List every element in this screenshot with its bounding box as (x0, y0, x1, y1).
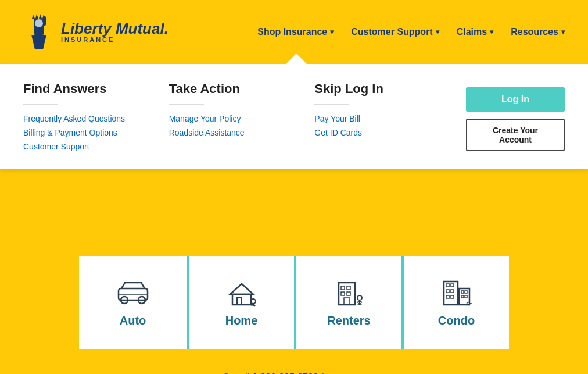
card-auto[interactable]: Auto (79, 256, 187, 349)
logo-sub: INSURANCE (61, 36, 168, 43)
find-answers-title: Find Answers (23, 81, 152, 97)
claims-label: Claims (457, 27, 487, 37)
skip-login-title: Skip Log In (314, 81, 443, 97)
svg-rect-16 (237, 298, 242, 305)
svg-marker-14 (230, 284, 253, 294)
svg-rect-22 (341, 286, 345, 290)
customer-support-label: Customer Support (351, 27, 432, 37)
shop-insurance-chevron: ▾ (330, 28, 334, 36)
auto-label: Auto (120, 314, 146, 327)
svg-rect-42 (465, 291, 467, 293)
auth-section: Log In Create Your Account (460, 81, 565, 151)
find-answers-divider (23, 104, 58, 105)
nav-shop-insurance[interactable]: Shop Insurance ▾ (257, 27, 334, 37)
dropdown-panel: Find Answers Frequently Asked Questions … (0, 64, 588, 169)
logo-text: Liberty Mutual. INSURANCE (61, 21, 168, 43)
card-home[interactable]: Home (187, 256, 294, 349)
nav-resources[interactable]: Resources ▾ (511, 27, 565, 37)
svg-point-45 (467, 302, 469, 305)
main-nav: Shop Insurance ▾ Customer Support ▾ Clai… (257, 27, 565, 37)
renters-label: Renters (327, 314, 370, 327)
svg-marker-2 (32, 15, 35, 19)
svg-rect-38 (446, 295, 449, 298)
svg-rect-36 (446, 290, 449, 293)
card-renters[interactable]: Renters (294, 256, 401, 349)
home-icon (224, 278, 259, 307)
svg-rect-7 (43, 16, 46, 19)
claims-chevron: ▾ (490, 28, 493, 36)
card-condo[interactable]: Condo (401, 256, 509, 349)
svg-rect-24 (341, 292, 345, 295)
condo-icon (439, 278, 474, 307)
home-label: Home (225, 314, 258, 327)
svg-point-9 (35, 19, 43, 27)
find-answers-section: Find Answers Frequently Asked Questions … (23, 81, 169, 151)
svg-rect-41 (461, 291, 464, 293)
skip-login-links: Pay Your Bill Get ID Cards (314, 114, 443, 137)
link-roadside[interactable]: Roadside Assistance (169, 128, 297, 137)
link-billing[interactable]: Billing & Payment Options (23, 128, 152, 137)
nav-customer-support[interactable]: Customer Support ▾ (351, 27, 439, 37)
svg-rect-43 (461, 295, 464, 298)
renters-icon (332, 278, 367, 307)
svg-rect-25 (347, 292, 350, 295)
link-customer-support[interactable]: Customer Support (23, 142, 152, 151)
insurance-cards-section: Auto Home (0, 238, 588, 349)
nav-claims[interactable]: Claims ▾ (457, 27, 493, 37)
take-action-title: Take Action (169, 81, 297, 97)
take-action-section: Take Action Manage Your Policy Roadside … (169, 81, 315, 151)
svg-rect-35 (451, 284, 454, 287)
logo[interactable]: Liberty Mutual. INSURANCE (23, 12, 168, 52)
link-manage-policy[interactable]: Manage Your Policy (169, 114, 297, 123)
skip-login-divider (314, 104, 349, 105)
create-account-button[interactable]: Create Your Account (466, 119, 565, 151)
cards-row: Auto Home (35, 256, 553, 349)
resources-label: Resources (511, 27, 558, 37)
auto-icon (116, 278, 150, 307)
resources-chevron: ▾ (561, 28, 565, 36)
logo-name: Liberty Mutual. (61, 21, 168, 36)
condo-label: Condo (438, 314, 475, 327)
svg-marker-8 (31, 35, 46, 49)
login-button[interactable]: Log In (466, 87, 565, 112)
svg-rect-39 (451, 295, 454, 298)
find-answers-links: Frequently Asked Questions Billing & Pay… (23, 114, 152, 151)
svg-rect-37 (451, 290, 454, 293)
customer-support-chevron: ▾ (436, 28, 439, 36)
skip-login-section: Skip Log In Pay Your Bill Get ID Cards (314, 81, 460, 151)
svg-rect-23 (347, 286, 350, 290)
link-pay-bill[interactable]: Pay Your Bill (314, 114, 443, 123)
take-action-divider (169, 104, 204, 105)
shop-insurance-label: Shop Insurance (257, 27, 327, 37)
svg-point-27 (357, 295, 362, 300)
svg-rect-34 (446, 284, 449, 287)
link-id-cards[interactable]: Get ID Cards (314, 128, 443, 137)
logo-icon (23, 12, 55, 52)
svg-rect-26 (344, 298, 350, 305)
call-section: Or call 1-800-295-2723 for a quote (0, 349, 588, 374)
link-faq[interactable]: Frequently Asked Questions (23, 114, 152, 123)
take-action-links: Manage Your Policy Roadside Assistance (169, 114, 297, 137)
svg-rect-44 (465, 295, 467, 298)
